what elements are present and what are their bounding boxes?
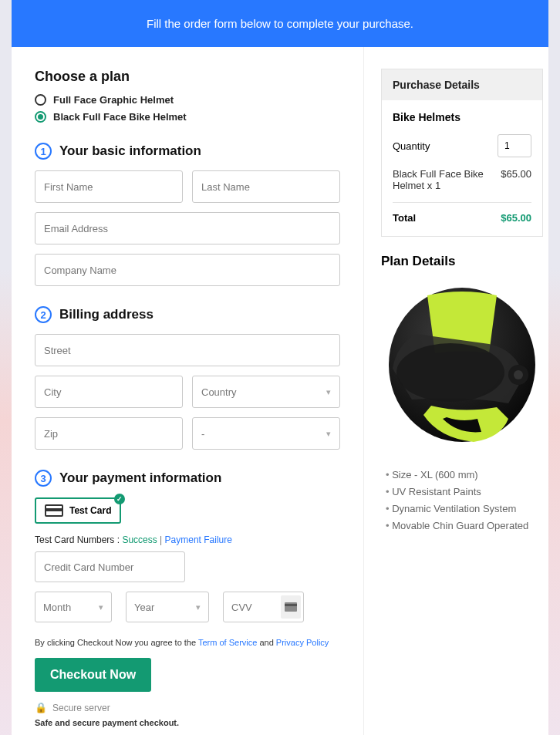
radio-icon — [35, 94, 46, 106]
total-label: Total — [393, 212, 416, 224]
month-select[interactable]: Month ▾ — [35, 592, 112, 622]
choose-plan-heading: Choose a plan — [35, 69, 340, 85]
chevron-down-icon: ▾ — [196, 602, 201, 612]
check-badge-icon: ✓ — [114, 494, 125, 504]
plan-bullet: Size - XL (600 mm) — [386, 467, 543, 484]
svg-point-3 — [396, 343, 504, 402]
quantity-input[interactable] — [498, 134, 531, 157]
city-input[interactable] — [35, 376, 183, 408]
test-card-label: Test Card — [69, 505, 111, 516]
total-amount: $65.00 — [501, 212, 531, 224]
test-card-numbers-text: Test Card Numbers : Success | Payment Fa… — [35, 534, 340, 545]
line-item-name: Black Full Face Bike Helmet x 1 — [393, 168, 501, 191]
plan-bullet: UV Resistant Paints — [386, 484, 543, 501]
safe-checkout-text: Safe and secure payment checkout. — [35, 718, 340, 727]
secure-server-text: 🔒 Secure server — [35, 702, 340, 713]
lock-icon: 🔒 — [35, 702, 47, 713]
section-title: Your payment information — [59, 470, 221, 486]
test-card-button[interactable]: Test Card ✓ — [35, 497, 121, 524]
plan-bullet: Dynamic Ventilation System — [386, 501, 543, 518]
svg-point-5 — [514, 370, 523, 379]
chevron-down-icon: ▾ — [326, 387, 331, 397]
plan-option-label: Black Full Face Bike Helmet — [53, 111, 187, 123]
plan-details-heading: Plan Details — [381, 254, 543, 269]
step-number-icon: 3 — [35, 470, 52, 487]
terms-of-service-link[interactable]: Term of Service — [198, 638, 257, 647]
checkout-button[interactable]: Checkout Now — [35, 658, 151, 692]
privacy-policy-link[interactable]: Privacy Policy — [276, 638, 329, 647]
step-number-icon: 1 — [35, 143, 52, 160]
country-placeholder: Country — [201, 386, 237, 398]
quantity-label: Quantity — [393, 140, 430, 152]
last-name-input[interactable] — [192, 170, 340, 203]
street-input[interactable] — [35, 334, 340, 366]
test-card-failure-link[interactable]: Payment Failure — [165, 534, 232, 545]
zip-input[interactable] — [35, 417, 183, 450]
test-card-success-link[interactable]: Success — [122, 534, 157, 545]
svg-rect-1 — [285, 604, 297, 606]
company-input[interactable] — [35, 254, 340, 286]
chevron-down-icon: ▾ — [326, 429, 331, 439]
year-select[interactable]: Year ▾ — [126, 592, 209, 622]
year-placeholder: Year — [134, 602, 154, 613]
step-number-icon: 2 — [35, 306, 52, 323]
section-2-header: 2 Billing address — [35, 306, 340, 323]
line-item-price: $65.00 — [501, 168, 531, 191]
state-placeholder: - — [201, 428, 204, 440]
section-title: Your basic information — [59, 143, 201, 159]
purchase-details-heading: Purchase Details — [382, 69, 542, 100]
country-select[interactable]: Country ▾ — [192, 376, 340, 408]
left-column: Choose a plan Full Face Graphic Helmet B… — [12, 47, 364, 735]
credit-card-number-input[interactable] — [35, 551, 185, 582]
section-1-header: 1 Your basic information — [35, 143, 340, 160]
plan-option-label: Full Face Graphic Helmet — [53, 94, 174, 106]
radio-icon-selected — [35, 111, 46, 123]
chevron-down-icon: ▾ — [99, 602, 103, 612]
product-category-title: Bike Helmets — [393, 111, 531, 123]
product-image — [381, 280, 543, 457]
section-3-header: 3 Your payment information — [35, 470, 340, 487]
email-input[interactable] — [35, 212, 340, 244]
purchase-details-box: Purchase Details Bike Helmets Quantity B… — [381, 69, 543, 237]
credit-card-icon — [45, 504, 63, 517]
plan-option-1[interactable]: Black Full Face Bike Helmet — [35, 111, 340, 123]
card-back-icon — [281, 595, 301, 619]
terms-text: By clicking Checkout Now you agree to th… — [35, 638, 340, 647]
right-column: Purchase Details Bike Helmets Quantity B… — [364, 47, 560, 735]
svg-rect-0 — [285, 602, 297, 612]
banner: Fill the order form below to complete yo… — [12, 0, 548, 47]
plan-bullets: Size - XL (600 mm) UV Resistant Paints D… — [381, 467, 543, 534]
month-placeholder: Month — [43, 602, 71, 613]
plan-bullet: Movable Chin Guard Operated — [386, 518, 543, 534]
state-select[interactable]: - ▾ — [192, 417, 340, 450]
form-container: Choose a plan Full Face Graphic Helmet B… — [12, 47, 548, 735]
plan-option-0[interactable]: Full Face Graphic Helmet — [35, 94, 340, 106]
first-name-input[interactable] — [35, 170, 183, 203]
section-title: Billing address — [59, 307, 153, 322]
